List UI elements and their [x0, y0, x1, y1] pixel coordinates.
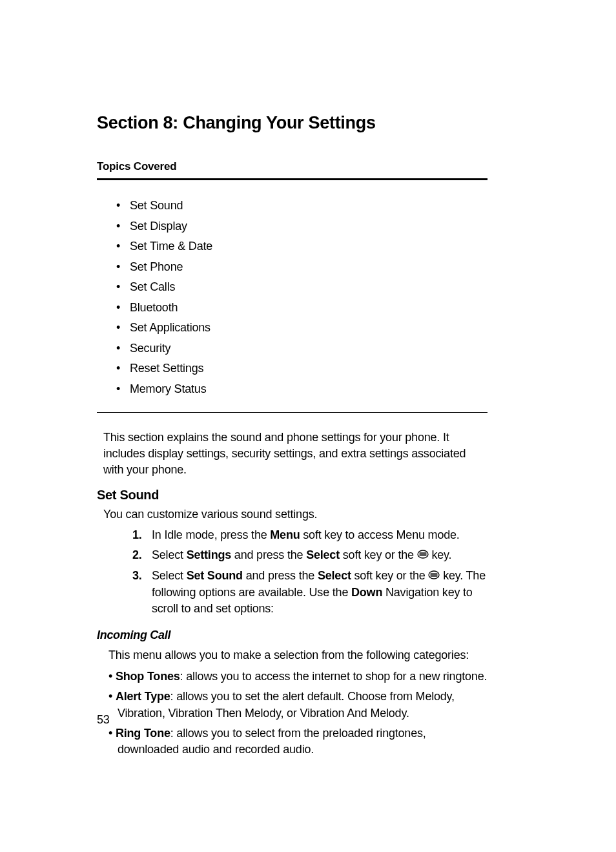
topic-item: Set Time & Date — [116, 236, 488, 257]
list-item: Alert Type: allows you to set the alert … — [108, 689, 488, 721]
step-bold: Select — [318, 569, 351, 582]
step-text: soft key or the — [351, 569, 429, 582]
ok-key-icon — [417, 547, 429, 563]
list-item: Shop Tones: allows you to access the int… — [108, 669, 488, 685]
divider-thick — [97, 178, 488, 180]
step-number: 1. — [132, 527, 142, 543]
step-text: soft key to access Menu mode. — [300, 528, 460, 541]
topic-item: Set Display — [116, 216, 488, 237]
step-bold: Settings — [187, 548, 231, 561]
step-bold: Set Sound — [187, 569, 243, 582]
step-item: 1. In Idle mode, press the Menu soft key… — [132, 527, 488, 543]
step-bold: Menu — [270, 528, 300, 541]
ok-key-icon — [428, 568, 440, 584]
step-text: Select — [152, 548, 187, 561]
topic-item: Bluetooth — [116, 298, 488, 318]
incoming-call-title: Incoming Call — [97, 629, 488, 642]
step-number: 2. — [132, 547, 142, 563]
set-sound-steps: 1. In Idle mode, press the Menu soft key… — [97, 527, 488, 617]
topic-item: Reset Settings — [116, 358, 488, 379]
divider-thin — [97, 412, 488, 413]
topics-covered-heading: Topics Covered — [97, 160, 488, 173]
step-text: soft key or the — [340, 548, 417, 561]
step-text: and press the — [231, 548, 306, 561]
set-sound-title: Set Sound — [97, 488, 488, 503]
topic-item: Memory Status — [116, 379, 488, 400]
topic-item: Set Sound — [116, 196, 488, 216]
step-text: and press the — [243, 569, 318, 582]
page-content: Section 8: Changing Your Settings Topics… — [97, 113, 488, 758]
step-text: key. — [429, 548, 452, 561]
topics-list: Set Sound Set Display Set Time & Date Se… — [97, 196, 488, 399]
topic-item: Set Applications — [116, 318, 488, 338]
set-sound-intro: You can customize various sound settings… — [97, 506, 488, 522]
incoming-call-list: Shop Tones: allows you to access the int… — [97, 669, 488, 758]
incoming-call-intro: This menu allows you to make a selection… — [97, 647, 488, 663]
step-number: 3. — [132, 568, 142, 584]
item-label: Shop Tones — [116, 670, 180, 683]
item-label: Alert Type — [116, 690, 170, 703]
item-label: Ring Tone — [116, 727, 170, 740]
page-number: 53 — [97, 713, 110, 727]
step-text: In Idle mode, press the — [152, 528, 270, 541]
topic-item: Set Phone — [116, 257, 488, 278]
intro-paragraph: This section explains the sound and phon… — [97, 430, 488, 479]
step-text: Select — [152, 569, 187, 582]
list-item: Ring Tone: allows you to select from the… — [108, 725, 488, 758]
step-item: 3. Select Set Sound and press the Select… — [132, 568, 488, 617]
step-bold: Select — [306, 548, 340, 561]
topic-item: Security — [116, 338, 488, 359]
topic-item: Set Calls — [116, 277, 488, 298]
step-item: 2. Select Settings and press the Select … — [132, 547, 488, 564]
item-desc: : allows you to access the internet to s… — [180, 670, 488, 683]
step-bold: Down — [351, 586, 382, 599]
section-title: Section 8: Changing Your Settings — [97, 113, 488, 133]
